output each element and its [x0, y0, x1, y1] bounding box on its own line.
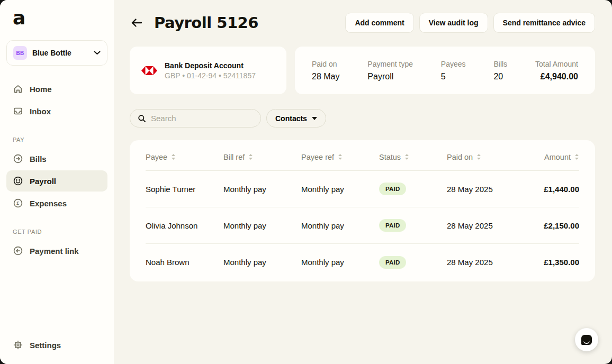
- sidebar-item-label: Bills: [30, 154, 47, 163]
- circle-arrow-right-icon: [13, 153, 23, 164]
- sidebar-item-label: Payroll: [30, 177, 56, 186]
- sort-icon: [574, 153, 579, 160]
- svg-text:£: £: [16, 200, 20, 206]
- cell-status: PAID: [379, 219, 447, 232]
- sidebar-item-label: Home: [30, 85, 52, 94]
- stat-label: Paid on: [312, 60, 339, 68]
- inbox-icon: [13, 106, 23, 116]
- sidebar-nav: Home Inbox PAY Bills Payroll: [6, 78, 107, 262]
- column-header-paid-on[interactable]: Paid on: [447, 153, 539, 161]
- stat-value: Payroll: [367, 72, 413, 81]
- search-input[interactable]: [151, 114, 253, 123]
- gear-icon: [13, 340, 23, 350]
- sidebar-section-pay: PAY: [13, 136, 107, 143]
- cell-payee-ref: Monthly pay: [301, 185, 379, 194]
- contacts-dropdown-label: Contacts: [275, 114, 307, 123]
- table-row[interactable]: Sophie Turner Monthly pay Monthly pay PA…: [146, 171, 579, 207]
- status-badge: PAID: [379, 219, 406, 232]
- stat-payment-type: Payment type Payroll: [367, 60, 413, 81]
- cell-payee: Noah Brown: [146, 258, 223, 267]
- stat-payees: Payees 5: [441, 60, 466, 81]
- back-arrow-button[interactable]: [130, 16, 143, 29]
- cell-payee: Sophie Turner: [146, 185, 223, 194]
- cell-amount: £1,350.00: [539, 258, 579, 267]
- stat-label: Bills: [493, 60, 507, 68]
- cell-payee-ref: Monthly pay: [301, 258, 379, 267]
- column-label: Paid on: [447, 153, 473, 161]
- column-label: Payee ref: [301, 153, 334, 161]
- view-audit-log-button[interactable]: View audit log: [419, 13, 488, 33]
- contacts-dropdown[interactable]: Contacts: [266, 109, 326, 128]
- sort-icon: [338, 153, 343, 160]
- stat-label: Payees: [441, 60, 466, 68]
- sidebar-item-label: Payment link: [30, 247, 79, 256]
- pound-circle-icon: £: [13, 198, 23, 208]
- table-row[interactable]: Olivia Johnson Monthly pay Monthly pay P…: [146, 207, 579, 244]
- payment-summary-card: Paid on 28 May Payment type Payroll Paye…: [295, 47, 595, 94]
- cell-amount: £1,440.00: [539, 185, 579, 194]
- cell-bill-ref: Monthly pay: [223, 221, 301, 230]
- sort-icon: [248, 153, 253, 160]
- workspace-avatar: BB: [13, 46, 27, 60]
- cell-payee-ref: Monthly pay: [301, 221, 379, 230]
- column-label: Payee: [146, 153, 167, 161]
- column-header-amount[interactable]: Amount: [539, 153, 579, 161]
- smiley-icon: [13, 176, 23, 186]
- filter-row: Contacts: [130, 109, 595, 128]
- column-header-status[interactable]: Status: [379, 153, 447, 161]
- column-label: Status: [379, 153, 401, 161]
- sidebar-item-label: Inbox: [30, 107, 51, 116]
- dropdown-triangle-icon: [312, 117, 317, 120]
- payments-table: Payee Bill ref Payee ref Status Paid on: [130, 140, 595, 281]
- header-actions: Add comment View audit log Send remittan…: [345, 13, 595, 33]
- sidebar-section-get-paid: GET PAID: [13, 229, 107, 235]
- sidebar-item-label: Expenses: [30, 199, 67, 208]
- page-title: Payroll 5126: [154, 14, 258, 32]
- table-header-row: Payee Bill ref Payee ref Status Paid on: [146, 143, 579, 171]
- sidebar-item-expenses[interactable]: £ Expenses: [6, 193, 107, 214]
- sidebar: a BB Blue Bottle Home Inbox PAY: [0, 0, 114, 364]
- cell-status: PAID: [379, 256, 447, 269]
- table-row[interactable]: Noah Brown Monthly pay Monthly pay PAID …: [146, 244, 579, 280]
- sort-icon: [404, 153, 409, 160]
- brand-logo-icon: a: [13, 8, 107, 28]
- sidebar-item-payroll[interactable]: Payroll: [6, 170, 107, 192]
- column-label: Bill ref: [223, 153, 245, 161]
- status-badge: PAID: [379, 183, 406, 195]
- bank-account-card[interactable]: Bank Deposit Account GBP • 01-42-94 • 52…: [130, 47, 286, 94]
- hsbc-bank-icon: [141, 66, 157, 75]
- sidebar-item-label: Settings: [30, 341, 61, 350]
- chat-widget-button[interactable]: [575, 328, 598, 351]
- stat-bills: Bills 20: [493, 60, 507, 81]
- stat-value: 5: [441, 72, 466, 81]
- cell-paid-on: 28 May 2025: [447, 185, 539, 194]
- status-badge: PAID: [379, 256, 406, 269]
- search-box[interactable]: [130, 109, 261, 128]
- sidebar-item-settings[interactable]: Settings: [6, 334, 107, 356]
- column-header-payee-ref[interactable]: Payee ref: [301, 153, 379, 161]
- column-header-payee[interactable]: Payee: [146, 153, 223, 161]
- workspace-switcher[interactable]: BB Blue Bottle: [6, 40, 107, 66]
- app-window: a BB Blue Bottle Home Inbox PAY: [0, 0, 612, 364]
- sidebar-item-payment-link[interactable]: Payment link: [6, 240, 107, 261]
- chat-icon: [581, 335, 592, 345]
- sort-icon: [171, 153, 176, 160]
- cell-bill-ref: Monthly pay: [223, 185, 301, 194]
- workspace-name: Blue Bottle: [32, 49, 71, 57]
- cell-status: PAID: [379, 183, 447, 195]
- cell-bill-ref: Monthly pay: [223, 258, 301, 267]
- sort-icon: [476, 153, 481, 160]
- stat-paid-on: Paid on 28 May: [312, 60, 339, 81]
- page-header: Payroll 5126 Add comment View audit log …: [130, 13, 595, 33]
- stat-value: 20: [493, 72, 507, 81]
- sidebar-footer: Settings: [6, 334, 107, 357]
- add-comment-button[interactable]: Add comment: [345, 13, 413, 33]
- sidebar-item-bills[interactable]: Bills: [6, 148, 107, 169]
- summary-cards-row: Bank Deposit Account GBP • 01-42-94 • 52…: [130, 47, 595, 94]
- column-header-bill-ref[interactable]: Bill ref: [223, 153, 301, 161]
- sidebar-item-inbox[interactable]: Inbox: [6, 101, 107, 122]
- stat-total-amount: Total Amount £4,940.00: [535, 60, 578, 81]
- send-remittance-advice-button[interactable]: Send remittance advice: [493, 13, 595, 33]
- sidebar-item-home[interactable]: Home: [6, 78, 107, 99]
- home-icon: [13, 84, 23, 94]
